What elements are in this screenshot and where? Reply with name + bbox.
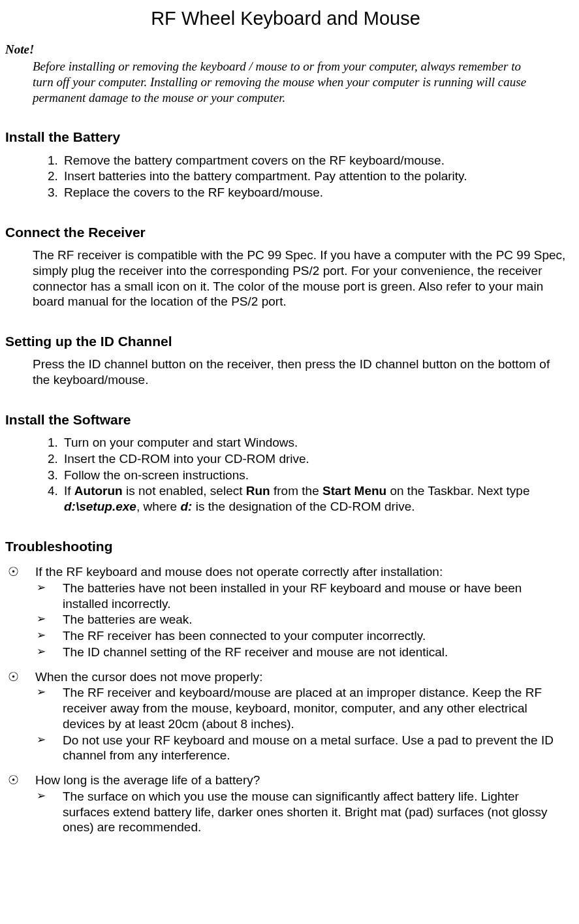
trouble-sub-text: Do not use your RF keyboard and mouse on… — [63, 733, 566, 764]
arrow-icon: ➢ — [35, 789, 63, 835]
trouble-lead: How long is the average life of a batter… — [35, 773, 566, 788]
bold-text: Start Menu — [322, 484, 386, 498]
arrow-icon: ➢ — [35, 733, 63, 764]
list-item: Remove the battery compartment covers on… — [61, 153, 566, 168]
text: is the designation of the CD-ROM drive. — [192, 500, 415, 513]
trouble-sub-item: ➢ The RF receiver and keyboard/mouse are… — [35, 685, 566, 731]
arrow-icon: ➢ — [35, 612, 63, 628]
heading-connect-receiver: Connect the Receiver — [5, 224, 566, 241]
text: from the — [270, 484, 322, 498]
arrow-icon: ➢ — [35, 685, 63, 731]
trouble-item: ☉ When the cursor does not move properly… — [5, 669, 566, 764]
trouble-sub-text: The batteries are weak. — [63, 612, 566, 628]
bold-text: Autorun — [74, 484, 123, 498]
trouble-sub-text: The RF receiver and keyboard/mouse are p… — [63, 685, 566, 731]
trouble-sub-text: The ID channel setting of the RF receive… — [63, 645, 566, 660]
trouble-sub-item: ➢ The RF receiver has been connected to … — [35, 628, 566, 644]
text: is not enabled, select — [123, 484, 246, 498]
bold-italic-text: d:\setup.exe — [64, 500, 136, 513]
text: on the Taskbar. Next type — [386, 484, 529, 498]
arrow-icon: ➢ — [35, 581, 63, 612]
trouble-sub-item: ➢ The batteries are weak. — [35, 612, 566, 628]
software-steps: Turn on your computer and start Windows.… — [33, 435, 566, 515]
bold-italic-text: d: — [180, 500, 192, 513]
bullet-icon: ☉ — [5, 669, 35, 764]
text: , where — [136, 500, 181, 513]
trouble-sub-item: ➢ The batteries have not been installed … — [35, 581, 566, 612]
trouble-sub-text: The RF receiver has been connected to yo… — [63, 628, 566, 644]
trouble-lead: When the cursor does not move properly: — [35, 669, 566, 685]
heading-install-battery: Install the Battery — [5, 129, 566, 146]
troubleshooting-list: ☉ If the RF keyboard and mouse does not … — [5, 564, 566, 835]
list-item: Turn on your computer and start Windows. — [61, 435, 566, 451]
trouble-sub-item: ➢ The surface on which you use the mouse… — [35, 789, 566, 835]
trouble-lead: If the RF keyboard and mouse does not op… — [35, 564, 566, 580]
list-item: Insert batteries into the battery compar… — [61, 168, 566, 184]
trouble-item: ☉ If the RF keyboard and mouse does not … — [5, 564, 566, 660]
heading-troubleshooting: Troubleshooting — [5, 538, 566, 555]
heading-id-channel: Setting up the ID Channel — [5, 333, 566, 350]
trouble-sub-text: The surface on which you use the mouse c… — [63, 789, 566, 835]
trouble-sub-item: ➢ Do not use your RF keyboard and mouse … — [35, 733, 566, 764]
arrow-icon: ➢ — [35, 645, 63, 660]
battery-steps: Remove the battery compartment covers on… — [33, 153, 566, 200]
receiver-body: The RF receiver is compatible with the P… — [33, 247, 566, 310]
page-title: RF Wheel Keyboard and Mouse — [5, 7, 566, 30]
list-item: Replace the covers to the RF keyboard/mo… — [61, 185, 566, 200]
list-item: If Autorun is not enabled, select Run fr… — [61, 483, 566, 515]
heading-install-software: Install the Software — [5, 411, 566, 428]
note-body: Before installing or removing the keyboa… — [33, 59, 527, 105]
bullet-icon: ☉ — [5, 564, 35, 660]
trouble-item: ☉ How long is the average life of a batt… — [5, 773, 566, 835]
bold-text: Run — [246, 484, 270, 498]
trouble-sub-item: ➢ The ID channel setting of the RF recei… — [35, 645, 566, 660]
list-item: Insert the CD-ROM into your CD-ROM drive… — [61, 451, 566, 467]
bullet-icon: ☉ — [5, 773, 35, 835]
note-label: Note! — [5, 42, 566, 57]
id-channel-body: Press the ID channel button on the recei… — [33, 357, 566, 388]
text: If — [64, 484, 74, 498]
trouble-sub-text: The batteries have not been installed in… — [63, 581, 566, 612]
arrow-icon: ➢ — [35, 628, 63, 644]
list-item: Follow the on-screen instructions. — [61, 468, 566, 483]
